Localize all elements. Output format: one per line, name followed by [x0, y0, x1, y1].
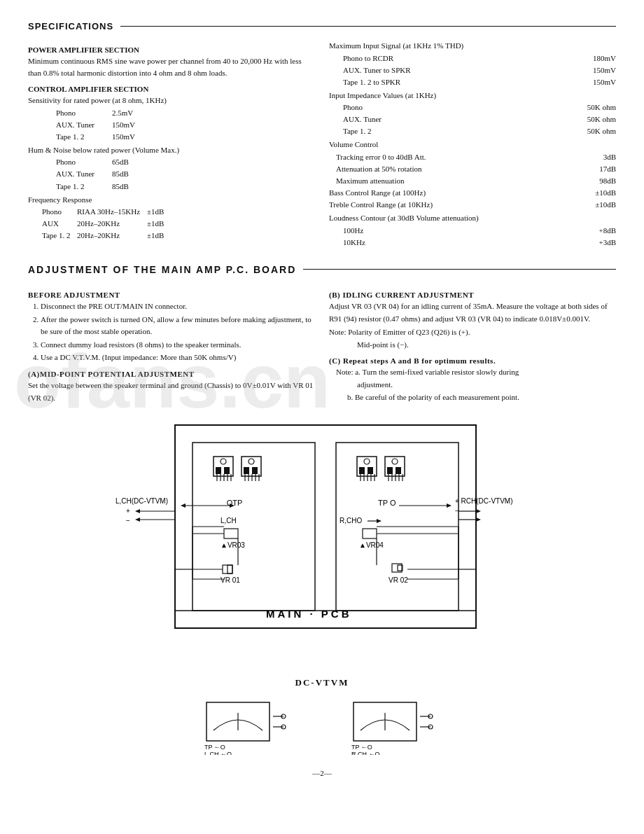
freq-tape-row: Tape 1. 2 20Hz–20KHz ±1dB	[28, 230, 315, 242]
svg-point-4	[220, 459, 226, 464]
hum-aux-row: AUX. Tuner 85dB	[28, 168, 315, 180]
adj-divider	[303, 269, 616, 270]
adj-header: ADJUSTMENT OF THE MAIN AMP P.C. BOARD	[28, 264, 616, 275]
svg-text:+ RCH(DC-VTVM): + RCH(DC-VTVM)	[455, 497, 513, 505]
dcvtvm-title: DC-VTVM	[295, 677, 349, 688]
input-imp-aux-row: AUX. Tuner 50K ohm	[329, 113, 616, 125]
idling-title: (B) IDLING CURRENT ADJUSTMENT	[329, 291, 616, 299]
max-input-aux-row: AUX. Tuner to SPKR 150mV	[329, 64, 616, 76]
svg-point-13	[248, 459, 254, 464]
svg-rect-14	[244, 467, 249, 474]
specs-divider	[120, 26, 616, 27]
svg-point-31	[392, 459, 398, 464]
max-input-aux-value: 150mV	[593, 64, 616, 76]
dcvtvm-meters: TP ←O L,CH ←O TP ←O R,CH ←O	[203, 699, 441, 755]
meter-right-svg: TP ←O R,CH ←O	[350, 699, 441, 755]
sensitivity-phono-row: Phono 2.5mV	[28, 107, 315, 119]
adj-step-3: Connect dummy load resistors (8 ohms) to…	[41, 339, 315, 352]
bass-ctrl-row: Bass Control Range (at 100Hz) ±10dB	[329, 187, 616, 199]
max-input-phono-row: Phono to RCDR 180mV	[329, 53, 616, 64]
repeat-note-a: Turn the semi-fixed variable resistor sl…	[362, 368, 519, 376]
freq-aux-label: AUX	[28, 218, 77, 230]
idling-desc: Adjust VR 03 (VR 04) for an idling curre…	[329, 300, 616, 325]
sensitivity-phono-label: Phono	[28, 107, 112, 119]
loudness-100hz-value: +8dB	[598, 225, 616, 237]
svg-rect-6	[224, 467, 230, 474]
vol-atten50-label: Attenuation at 50% rotation	[336, 163, 422, 175]
loudness-10khz-row: 10KHz +3dB	[329, 237, 616, 249]
hum-tape-label: Tape 1. 2	[28, 181, 112, 193]
hum-tape-row: Tape 1. 2 85dB	[28, 181, 315, 193]
input-imp-phono-row: Phono 50K ohm	[329, 102, 616, 113]
adj-left-col: BEFORE ADJUSTMENT Disconnect the PRE OUT…	[28, 284, 315, 404]
max-input-tape-label: Tape 1. 2 to SPKR	[343, 76, 400, 88]
svg-rect-24	[368, 467, 373, 474]
svg-text:TP ←O: TP ←O	[351, 744, 372, 751]
loudness-10khz-label: 10KHz	[343, 237, 365, 249]
svg-marker-62	[476, 509, 481, 513]
specs-body: POWER AMPLIFIER SECTION Minimum continuo…	[28, 40, 616, 249]
freq-tape-label: Tape 1. 2	[28, 230, 77, 242]
sensitivity-tape-label: Tape 1. 2	[28, 131, 112, 143]
sensitivity-tape-row: Tape 1. 2 150mV	[28, 131, 315, 143]
loudness-100hz-row: 100Hz +8dB	[329, 225, 616, 237]
power-amp-desc: Minimum continuous RMS sine wave power p…	[28, 55, 315, 79]
treble-ctrl-row: Treble Control Range (at 10KHz) ±10dB	[329, 199, 616, 211]
hum-aux-value: 85dB	[112, 168, 154, 180]
input-imp-aux-label: AUX. Tuner	[343, 113, 382, 125]
sensitivity-tape-value: 150mV	[112, 131, 154, 143]
svg-rect-68	[363, 529, 377, 538]
svg-point-22	[364, 459, 370, 464]
vol-tracking-value: 3dB	[603, 151, 616, 163]
svg-text:R,CH ←O: R,CH ←O	[351, 751, 380, 755]
freq-phono-tol: ±1dB	[147, 206, 175, 218]
vol-max-atten-value: 98dB	[599, 175, 616, 187]
svg-text:VR 01: VR 01	[220, 576, 240, 584]
adj-step-1: Disconnect the PRE OUT/MAIN IN connector…	[41, 300, 315, 313]
meter-left-svg: TP ←O L,CH ←O	[203, 699, 294, 755]
sensitivity-aux-label: AUX. Tuner	[28, 119, 112, 131]
freq-phono-range: RIAA 30Hz–15KHz	[77, 206, 147, 218]
svg-text:−: −	[126, 517, 130, 524]
treble-ctrl-value: ±10dB	[595, 199, 616, 211]
vol-max-atten-label: Maximum attenuation	[336, 175, 404, 187]
power-amp-title: POWER AMPLIFIER SECTION	[28, 46, 315, 54]
max-input-phono-label: Phono to RCDR	[343, 53, 393, 64]
freq-aux-row: AUX 20Hz–20KHz ±1dB	[28, 218, 315, 230]
svg-rect-5	[216, 467, 221, 474]
before-adj-list: Disconnect the PRE OUT/MAIN IN connector…	[28, 300, 315, 364]
hum-tape-value: 85dB	[112, 181, 154, 193]
freq-resp-label: Frequency Response	[28, 194, 315, 207]
svg-text:L,CH ←O: L,CH ←O	[204, 751, 232, 755]
max-input-tape-row: Tape 1. 2 to SPKR 150mV	[329, 76, 616, 88]
midpoint-desc: Set the voltage between the speaker term…	[28, 380, 315, 404]
svg-text:R,CHO: R,CHO	[340, 517, 362, 524]
main-pcb-svg: OTP L,CH(DC-VTVM) + − L,CH ▲VR03 VR 01	[84, 418, 560, 656]
input-imp-aux-value: 50K ohm	[587, 113, 616, 125]
idling-note1: Note: Polarity of Emitter of Q23 (Q26) i…	[329, 326, 616, 339]
svg-rect-51	[224, 529, 238, 538]
svg-rect-15	[252, 467, 258, 474]
freq-phono-row: Phono RIAA 30Hz–15KHz ±1dB	[28, 206, 315, 218]
hum-phono-value: 65dB	[112, 156, 154, 168]
hum-phono-label: Phono	[28, 156, 112, 168]
max-input-phono-value: 180mV	[593, 53, 616, 64]
adj-step-4: Use a DC V.T.V.M. (Input impedance: More…	[41, 352, 315, 364]
specs-header: SPECIFICATIONS	[28, 21, 616, 32]
specs-right-col: Maximum Input Signal (at 1KHz 1% THD) Ph…	[329, 40, 616, 249]
svg-marker-42	[181, 503, 186, 508]
specs-title: SPECIFICATIONS	[28, 21, 113, 32]
treble-ctrl-label: Treble Control Range (at 10KHz)	[329, 199, 433, 211]
input-imp-tape-value: 50K ohm	[587, 125, 616, 137]
specs-left-col: POWER AMPLIFIER SECTION Minimum continuo…	[28, 40, 315, 249]
freq-aux-tol: ±1dB	[147, 218, 175, 230]
loudness-10khz-value: +3dB	[598, 237, 616, 249]
vol-atten50-row: Attenuation at 50% rotation 17dB	[329, 163, 616, 175]
max-input-aux-label: AUX. Tuner to SPKR	[343, 64, 411, 76]
midpoint-title: (A)MID-POINT POTENTIAL ADJUSTMENT	[28, 370, 315, 378]
svg-marker-58	[447, 503, 451, 508]
svg-text:L,CH: L,CH	[220, 517, 237, 524]
input-imp-phono-label: Phono	[343, 102, 363, 113]
svg-marker-67	[377, 519, 382, 523]
vol-tracking-label: Tracking error 0 to 40dB Att.	[336, 151, 426, 163]
